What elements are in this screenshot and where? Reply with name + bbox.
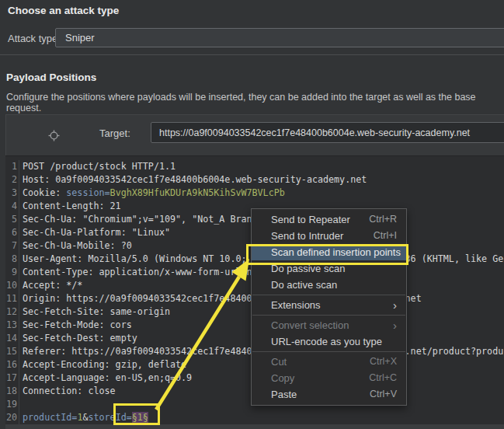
attack-type-section-title: Choose an attack type	[8, 5, 119, 16]
line-text: POST /product/stock HTTP/1.1	[23, 160, 176, 173]
line-number: 5	[5, 213, 19, 226]
request-line-20[interactable]: 20productId=1&storeId=§1§	[5, 411, 504, 424]
menu-item-shortcut: Ctrl+V	[370, 386, 397, 403]
line-number: 8	[5, 253, 19, 266]
line-text: Host: 0a9f0094033542cec1f7e48400b6004e.w…	[23, 173, 367, 187]
line-number: 10	[5, 279, 19, 292]
section-divider	[0, 54, 504, 55]
submenu-chevron-icon: ›	[393, 297, 397, 313]
line-text: Content-Length: 21	[23, 200, 121, 213]
target-crosshair-icon	[48, 130, 60, 141]
menu-item-label: Convert selection	[271, 317, 349, 333]
line-number: 3	[5, 187, 19, 200]
line-number: 19	[5, 398, 19, 411]
line-text: Connection: close	[23, 385, 116, 398]
line-text: Accept-Language: en-US,en;q=0.9	[23, 371, 192, 385]
menu-item-label: Send to Intruder	[271, 228, 343, 244]
menu-item-copy: CopyCtrl+C	[252, 370, 406, 386]
line-number: 13	[5, 319, 19, 332]
menu-separator	[252, 295, 405, 295]
line-text: Cookie: session=BvghX89HfuKDUrA9kN5KihSv…	[23, 187, 285, 200]
menu-item-url-encode-as-you-type[interactable]: URL-encode as you type	[252, 333, 406, 350]
editor-horizontal-scrollbar[interactable]	[5, 424, 504, 429]
line-number: 17	[5, 371, 19, 385]
line-number: 4	[5, 200, 19, 213]
line-text: Content-Type: application/x-www-form-url…	[23, 266, 280, 279]
request-line-3[interactable]: 3Cookie: session=BvghX89HfuKDUrA9kN5KihS…	[5, 187, 504, 200]
menu-item-label: Extensions	[271, 297, 321, 313]
line-number: 15	[5, 345, 19, 358]
line-text: productId=1&storeId=§1§	[23, 411, 148, 424]
menu-item-paste[interactable]: PasteCtrl+V	[252, 386, 406, 403]
menu-item-shortcut: Ctrl+X	[370, 354, 397, 370]
menu-item-label: Do active scan	[271, 277, 337, 293]
menu-item-label: Copy	[271, 370, 294, 386]
menu-item-label: Paste	[271, 386, 297, 403]
line-number: 6	[5, 226, 19, 239]
payload-positions-title: Payload Positions	[6, 72, 96, 83]
burp-intruder-positions-screen: { "attack_type_section": { "title": "Cho…	[0, 0, 504, 429]
line-text: Accept: */*	[23, 279, 82, 292]
menu-item-do-passive-scan[interactable]: Do passive scan	[252, 260, 406, 277]
target-label: Target:	[99, 127, 130, 139]
target-url-input[interactable]	[151, 122, 504, 143]
line-number: 2	[5, 173, 19, 187]
menu-item-scan-defined-insertion-points[interactable]: Scan defined insertion points	[252, 244, 406, 260]
menu-item-shortcut: Ctrl+R	[369, 211, 397, 228]
attack-type-label: Attack type:	[8, 33, 61, 44]
line-number: 16	[5, 358, 19, 371]
context-menu: Send to RepeaterCtrl+RSend to IntruderCt…	[251, 208, 407, 406]
line-number: 1	[5, 160, 19, 173]
line-text: Sec-Fetch-Mode: cors	[23, 319, 132, 332]
line-text: Accept-Encoding: gzip, deflate	[23, 358, 186, 371]
menu-item-send-to-repeater[interactable]: Send to RepeaterCtrl+R	[252, 211, 406, 228]
menu-item-cut: CutCtrl+X	[252, 354, 406, 370]
menu-item-label: Scan defined insertion points	[271, 244, 401, 260]
line-number: 11	[5, 292, 19, 305]
menu-item-label: Send to Repeater	[271, 211, 350, 228]
menu-item-shortcut: Ctrl+C	[369, 370, 397, 386]
line-text: Sec-Fetch-Dest: empty	[23, 332, 137, 345]
attack-type-dropdown[interactable]: Sniper	[55, 28, 504, 47]
line-number: 20	[5, 411, 19, 424]
line-number: 18	[5, 385, 19, 398]
line-number: 7	[5, 239, 19, 253]
line-text: Sec-Ch-Ua-Platform: "Linux"	[23, 226, 170, 239]
line-number: 14	[5, 332, 19, 345]
attack-type-selected-value: Sniper	[65, 32, 95, 44]
menu-item-convert-selection: Convert selection›	[252, 317, 406, 333]
payload-positions-description: Configure the positions where payloads w…	[6, 92, 498, 113]
request-line-2[interactable]: 2Host: 0a9f0094033542cec1f7e48400b6004e.…	[5, 173, 504, 187]
menu-item-label: URL-encode as you type	[271, 333, 382, 350]
menu-separator	[252, 315, 405, 316]
menu-item-shortcut: Ctrl+I	[374, 228, 397, 244]
menu-item-extensions[interactable]: Extensions›	[252, 297, 406, 313]
menu-item-label: Cut	[271, 354, 287, 370]
line-text: Sec-Ch-Ua-Mobile: ?0	[23, 239, 132, 253]
request-line-1[interactable]: 1POST /product/stock HTTP/1.1	[5, 160, 504, 173]
submenu-chevron-icon: ›	[393, 317, 397, 333]
menu-item-label: Do passive scan	[271, 260, 345, 277]
menu-item-send-to-intruder[interactable]: Send to IntruderCtrl+I	[252, 228, 406, 244]
payload-position-marker: §1§	[132, 412, 148, 423]
menu-separator	[252, 351, 405, 352]
line-number: 9	[5, 266, 19, 279]
line-text: Sec-Fetch-Site: same-origin	[23, 305, 170, 319]
menu-item-do-active-scan[interactable]: Do active scan	[252, 277, 406, 293]
line-number: 12	[5, 305, 19, 319]
